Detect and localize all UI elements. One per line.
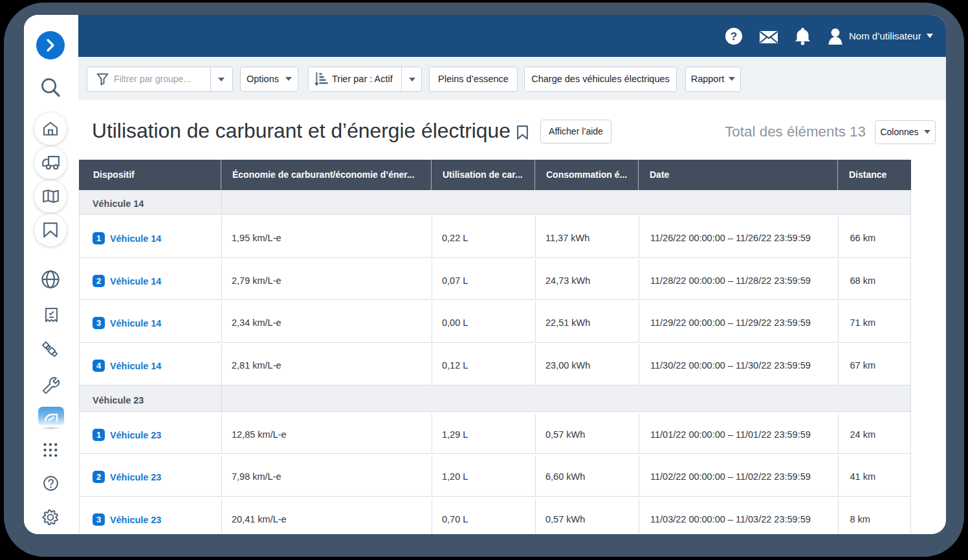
svg-text:?: ? [731,30,737,43]
